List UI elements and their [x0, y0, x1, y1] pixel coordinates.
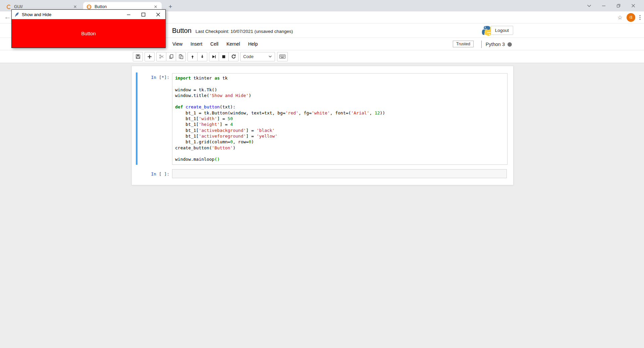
back-icon[interactable]: ← [4, 13, 11, 21]
browser-menu-icon[interactable] [639, 15, 641, 20]
window-controls [582, 0, 641, 11]
bookmark-star-icon[interactable]: ☆ [618, 14, 623, 21]
kernel-name: Python 3 [486, 42, 505, 47]
kernel-busy-icon [507, 42, 512, 47]
save-button[interactable] [133, 52, 143, 61]
tab-close-icon[interactable] [72, 4, 78, 9]
tab-label: Button [95, 4, 153, 9]
cell-type-select[interactable]: Code [240, 52, 275, 61]
code-cell[interactable]: In [*]: import tkinter as tk window = tk… [136, 72, 507, 165]
jupyter-busy-icon [87, 4, 92, 9]
new-tab-button[interactable]: + [166, 3, 174, 11]
cut-button[interactable] [156, 52, 166, 61]
tk-maximize-icon[interactable] [136, 10, 151, 19]
menu-view[interactable]: View [168, 41, 186, 47]
checkpoint-status: Last Checkpoint: 10/07/2021 (unsaved cha… [196, 29, 293, 34]
notebook-title[interactable]: Button [172, 27, 192, 35]
tab-close-icon[interactable] [153, 4, 158, 9]
menu-kernel[interactable]: Kernel [222, 41, 244, 47]
empty-code-editor[interactable] [172, 169, 507, 178]
copy-button[interactable] [166, 52, 176, 61]
tk-feather-icon [14, 12, 19, 17]
tk-close-icon[interactable] [151, 10, 165, 19]
menu-help[interactable]: Help [244, 41, 262, 47]
menu-items: ViewInsertCellKernelHelp [168, 41, 262, 47]
toolbar-buttons [133, 52, 238, 61]
chevron-down-icon [268, 55, 272, 58]
paste-button[interactable] [176, 52, 186, 61]
code-editor[interactable]: import tkinter as tk window = tk.Tk()win… [172, 73, 507, 165]
notebook-toolbar: Code [0, 50, 644, 63]
tab-search-chevron-icon[interactable] [582, 0, 596, 11]
run-button[interactable] [209, 52, 219, 61]
profile-avatar[interactable]: 佳 [627, 13, 635, 22]
navbar-right: ☆ 佳 [618, 11, 641, 23]
add-cell-button[interactable] [145, 52, 155, 61]
tk-titlebar[interactable]: Show and Hide [12, 10, 165, 19]
command-palette-button[interactable] [277, 52, 288, 61]
divider [481, 41, 482, 48]
window-close-icon[interactable] [626, 0, 641, 11]
tk-red-button[interactable]: Button [12, 19, 165, 48]
notebook-container: In [*]: import tkinter as tk window = tk… [131, 66, 514, 185]
menu-insert[interactable]: Insert [186, 41, 206, 47]
move-down-button[interactable] [197, 52, 207, 61]
move-up-button[interactable] [187, 52, 198, 61]
cell-prompt: In [ ]: [136, 171, 169, 177]
screen: GUI/ Button + ← ☆ 佳 Button Last Checkpoi… [0, 0, 644, 348]
tab-label: GUI/ [14, 4, 72, 9]
kernel-indicator: Python 3 [481, 38, 512, 51]
loading-spinner-icon [7, 5, 11, 9]
logout-button[interactable]: Logout [491, 26, 513, 35]
restart-button[interactable] [228, 52, 238, 61]
tk-window-title: Show and Hide [22, 12, 121, 17]
trusted-badge[interactable]: Trusted [453, 41, 474, 47]
empty-cell[interactable]: In [ ]: [136, 169, 507, 179]
cell-prompt: In [*]: [136, 75, 169, 80]
tk-button-label: Button [81, 31, 96, 36]
window-minimize-icon[interactable] [596, 0, 611, 11]
menu-cell[interactable]: Cell [206, 41, 222, 47]
stop-button[interactable] [219, 52, 229, 61]
cell-type-value: Code [243, 54, 254, 59]
selected-cell-indicator [136, 72, 138, 165]
tk-window[interactable]: Show and Hide Button [11, 9, 166, 48]
window-restore-icon[interactable] [611, 0, 626, 11]
tk-minimize-icon[interactable] [121, 10, 136, 19]
